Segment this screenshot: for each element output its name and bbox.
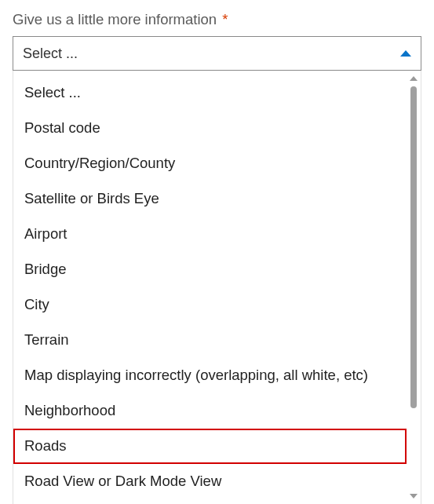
scrollbar[interactable] (408, 74, 419, 501)
field-label: Give us a little more information * (13, 11, 421, 28)
scroll-thumb[interactable] (410, 86, 417, 408)
scroll-up-icon[interactable] (410, 76, 418, 81)
dropdown-option[interactable]: Neighborhood (13, 393, 407, 429)
select-dropdown[interactable]: Select ... (13, 36, 421, 71)
dropdown-option[interactable]: Roads (13, 429, 407, 464)
dropdown-option[interactable]: City (13, 287, 407, 323)
required-indicator: * (222, 11, 228, 27)
dropdown-items-container: Select ...Postal codeCountry/Region/Coun… (13, 71, 407, 504)
dropdown-option[interactable]: Road View or Dark Mode View (13, 464, 407, 499)
dropdown-option[interactable]: Postal code (13, 111, 407, 146)
dropdown-list: Select ...Postal codeCountry/Region/Coun… (13, 71, 421, 504)
dropdown-option[interactable]: Select ... (13, 75, 407, 111)
dropdown-option[interactable]: Airport (13, 217, 407, 252)
dropdown-option[interactable]: Satellite or Birds Eye (13, 181, 407, 217)
dropdown-option[interactable]: Country/Region/County (13, 146, 407, 181)
chevron-up-icon (400, 50, 411, 57)
field-label-text: Give us a little more information (13, 11, 217, 27)
dropdown-option[interactable]: Bridge (13, 252, 407, 287)
dropdown-option[interactable]: Terrain (13, 323, 407, 358)
scroll-down-icon[interactable] (410, 494, 418, 499)
dropdown-option[interactable]: Map displaying incorrectly (overlapping,… (13, 358, 407, 393)
select-current-value: Select ... (23, 46, 78, 62)
